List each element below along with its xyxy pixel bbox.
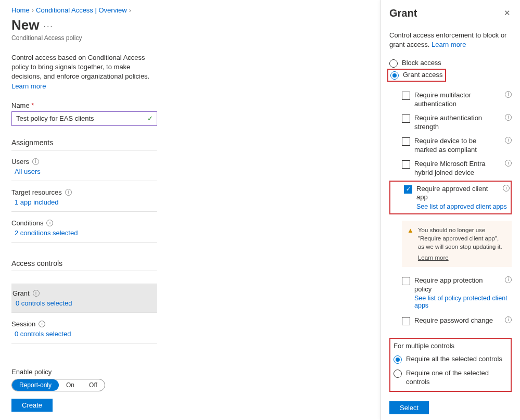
target-resources-value[interactable]: 1 app included: [15, 198, 59, 206]
grant-access-radio[interactable]: [390, 71, 399, 80]
grant-value[interactable]: 0 controls selected: [16, 299, 72, 307]
grant-row[interactable]: Grant i 0 controls selected: [11, 284, 157, 313]
select-button[interactable]: Select: [389, 401, 429, 414]
require-approved-app-checkbox[interactable]: [404, 185, 412, 194]
target-resources-label: Target resources i: [11, 188, 157, 196]
panel-learn-more[interactable]: Learn more: [432, 41, 466, 48]
breadcrumb-home[interactable]: Home: [11, 6, 30, 14]
access-controls-header: Access controls: [11, 259, 157, 271]
require-one-label: Require one of the selected controls: [406, 369, 508, 387]
require-auth-strength-checkbox[interactable]: [402, 114, 410, 123]
name-label: Name *: [11, 101, 370, 109]
close-icon[interactable]: ✕: [503, 7, 512, 19]
session-label: Session i: [11, 320, 157, 328]
warning-icon: ▲: [407, 226, 414, 261]
require-mfa-checkbox[interactable]: [402, 92, 410, 100]
info-icon[interactable]: i: [39, 321, 45, 327]
require-compliant-label: Require device to be marked as compliant: [414, 137, 501, 155]
info-icon[interactable]: i: [503, 185, 510, 192]
panel-description: Control access enforcement to block or g…: [389, 31, 512, 49]
info-icon[interactable]: i: [505, 114, 512, 121]
warning-learn-more[interactable]: Learn more: [418, 253, 506, 262]
require-all-radio[interactable]: [394, 355, 402, 364]
require-hybrid-label: Require Microsoft Entra hybrid joined de…: [414, 160, 501, 177]
create-button[interactable]: Create: [11, 399, 53, 412]
check-icon: ✓: [147, 114, 153, 122]
chevron-right-icon: ›: [32, 6, 34, 14]
warning-box: ▲ You should no longer use "Require appr…: [402, 221, 512, 266]
info-icon[interactable]: i: [505, 137, 512, 144]
page-description: Control access based on Conditional Acce…: [11, 53, 157, 91]
require-approved-app-label: Require approved client app: [416, 185, 499, 202]
info-icon[interactable]: i: [46, 220, 53, 226]
toggle-off[interactable]: Off: [82, 379, 105, 391]
block-access-radio[interactable]: [389, 59, 398, 68]
users-value[interactable]: All users: [15, 168, 41, 175]
multiple-controls-header: For multiple controls: [394, 342, 508, 350]
info-icon[interactable]: i: [505, 316, 512, 323]
breadcrumb-conditional-access[interactable]: Conditional Access | Overview: [36, 6, 127, 14]
protection-apps-link[interactable]: See list of policy protected client apps: [414, 295, 508, 309]
require-all-label: Require all the selected controls: [406, 355, 508, 364]
require-compliant-checkbox[interactable]: [402, 137, 410, 146]
breadcrumb: Home › Conditional Access | Overview ›: [11, 6, 370, 14]
approved-apps-link[interactable]: See list of approved client apps: [416, 203, 507, 210]
require-mfa-label: Require multifactor authentication: [414, 91, 501, 109]
chevron-right-icon: ›: [129, 6, 131, 14]
info-icon[interactable]: i: [505, 160, 512, 167]
grant-access-label: Grant access: [403, 71, 443, 80]
conditions-value[interactable]: 2 conditions selected: [15, 229, 78, 237]
require-password-change-checkbox[interactable]: [402, 317, 410, 325]
require-app-protection-checkbox[interactable]: [402, 277, 410, 285]
enable-policy-label: Enable policy: [11, 368, 370, 376]
require-auth-strength-label: Require authentication strength: [414, 114, 501, 132]
require-app-protection-label: Require app protection policy: [414, 276, 501, 294]
info-icon[interactable]: i: [32, 158, 39, 165]
require-password-change-label: Require password change: [414, 316, 501, 325]
session-value[interactable]: 0 controls selected: [15, 330, 71, 338]
name-input[interactable]: [11, 111, 157, 126]
block-access-label: Block access: [402, 59, 512, 68]
page-subtitle: Conditional Access policy: [11, 34, 370, 42]
require-one-radio[interactable]: [394, 370, 402, 378]
toggle-on[interactable]: On: [59, 379, 82, 391]
info-icon[interactable]: i: [505, 276, 512, 283]
enable-policy-toggle[interactable]: Report-only On Off: [11, 379, 105, 391]
page-title: New: [11, 17, 39, 33]
assignments-header: Assignments: [11, 138, 157, 150]
more-icon[interactable]: ···: [43, 22, 53, 33]
require-hybrid-checkbox[interactable]: [402, 160, 410, 169]
toggle-report-only[interactable]: Report-only: [12, 379, 59, 391]
conditions-label: Conditions i: [11, 219, 157, 227]
info-icon[interactable]: i: [33, 290, 40, 297]
panel-title: Grant: [389, 7, 417, 19]
warning-text: You should no longer use "Require approv…: [418, 227, 502, 250]
users-label: Users i: [11, 158, 157, 166]
info-icon[interactable]: i: [505, 91, 512, 98]
learn-more-link[interactable]: Learn more: [11, 82, 46, 90]
info-icon[interactable]: i: [65, 189, 72, 196]
